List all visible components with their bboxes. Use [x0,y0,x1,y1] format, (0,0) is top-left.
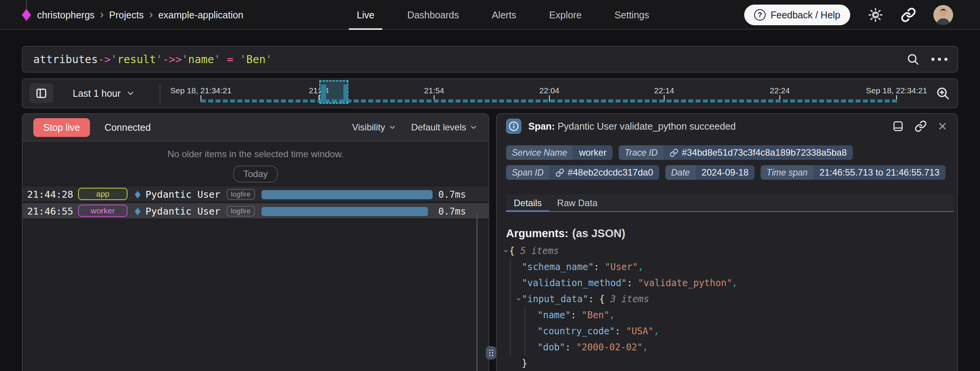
badge-value-text: 2024-09-18 [702,167,749,178]
zoom-in-icon[interactable] [935,86,951,101]
badge-label: Time span [761,165,813,180]
span-kind-icon [135,191,140,199]
link-icon[interactable] [670,148,678,157]
chevron-down-icon [388,123,397,132]
close-icon[interactable] [937,121,948,132]
nav-tabs: LiveDashboardsAlertsExploreSettings [349,0,657,30]
top-nav: christophergs›Projects›example-applicati… [0,0,980,30]
tab-settings[interactable]: Settings [606,0,657,30]
share-link-icon[interactable] [901,7,916,23]
json-token: : [588,294,599,304]
badge-value: #48eb2cdcdc317da0 [549,165,659,180]
badge-row: Service NameworkerTrace ID#34bd8e51d73c3… [506,145,948,160]
empty-window-message: No older items in the selected time wind… [23,149,488,159]
badge-value-text: 21:46:55.713 to 21:46:55.713 [820,167,940,178]
logfire-app: christophergs›Projects›example-applicati… [0,0,980,371]
visibility-dropdown[interactable]: Visibility [352,122,397,133]
breadcrumb-separator: › [100,8,104,21]
json-token: "USA" [626,326,653,337]
query-token: -> [98,53,111,66]
json-token: , [643,342,648,353]
feedback-help-button[interactable]: ? Feedback / Help [744,5,850,25]
query-token: ' [266,53,272,66]
json-token: , [732,278,737,288]
service-badge: worker [78,205,127,217]
badge-date: Date2024-09-18 [665,165,755,180]
search-icon[interactable] [906,52,920,66]
tab-dashboards[interactable]: Dashboards [399,0,467,30]
badge-trace-id: Trace ID#34bd8e51d73c3f4c8a189b72338a5ba… [619,145,853,160]
avatar[interactable] [933,5,953,25]
badge-row: Span ID#48eb2cdcdc317da0Date2024-09-18Ti… [506,165,948,180]
today-button[interactable]: Today [233,166,278,182]
detail-tabs: DetailsRaw Data [506,194,954,212]
span-row[interactable]: 21:44:28appPydantic Userlogfire0.7ms [23,186,488,202]
query-actions [906,52,957,66]
row-timestamp: 21:46:55 [27,206,73,217]
copy-link-icon[interactable] [915,120,927,132]
scrollbar[interactable] [476,213,478,371]
arguments-heading: Arguments:(as JSON) [506,227,948,240]
breadcrumb-item-christophergs[interactable]: christophergs [37,10,95,21]
json-line: "dob": "2000-02-02", [506,339,948,355]
collapse-arrow-icon[interactable] [503,248,509,254]
json-line: "name": "Ben", [506,307,948,323]
logfire-logo-icon[interactable] [22,9,31,21]
query-token: = [220,53,240,66]
tab-alerts[interactable]: Alerts [484,0,524,30]
query-token: ' [156,53,162,66]
live-panel-header: Stop live Connected Visibility Default l… [23,114,488,142]
live-panel: Stop live Connected Visibility Default l… [22,113,489,371]
grip-dots-icon [489,350,490,351]
breadcrumb-item-Projects[interactable]: Projects [109,10,144,21]
json-line: "input_data": { 3 items [506,291,948,307]
more-icon[interactable] [931,58,947,61]
timeline-histogram[interactable]: Sep 18, 21:34:2121:4421:5422:0422:1422:2… [23,79,957,107]
panel-resize-handle[interactable] [486,346,496,360]
query-token: ' [111,53,117,66]
json-token: 5 items [520,246,559,256]
json-line: "schema_name": "User", [506,259,948,275]
span-title-text: Pydantic User validate_python succeeded [557,121,736,132]
tab-details[interactable]: Details [506,194,549,212]
theme-toggle-icon[interactable] [867,7,884,23]
json-token: "2000-02-02" [576,342,642,353]
timeline-tick-label: Sep 18, 22:34:21 [866,86,927,95]
json-viewer: { 5 items"schema_name": "User","validati… [506,243,948,371]
collapse-arrow-icon[interactable] [516,296,521,302]
query-token: result [117,53,156,66]
span-meta-badges: Service NameworkerTrace ID#34bd8e51d73c3… [506,145,948,180]
query-token: ' [240,53,246,66]
duration-bar [261,207,428,216]
json-token: "Ben" [582,310,609,321]
json-token: , [609,310,615,321]
default-levels-dropdown[interactable]: Default levels [411,122,478,133]
badge-label: Service Name [506,145,573,160]
json-line: } [506,355,948,371]
json-token: "validation_method" [522,278,627,288]
tab-live[interactable]: Live [349,0,382,30]
json-token: , [638,262,643,272]
badge-value-text: #34bd8e51d73c3f4c8a189b72338a5ba8 [682,147,847,158]
query-input[interactable]: attributes->'result'->>'name' = 'Ben' [23,53,906,66]
stop-live-button[interactable]: Stop live [33,118,90,137]
span-title-prefix: Span: [528,121,555,132]
timeline-activity-bar [343,85,348,102]
timeline-selection-window[interactable] [319,80,348,104]
json-token: "name" [537,310,571,321]
json-line: { 5 items [506,243,948,259]
dock-bottom-icon[interactable] [892,120,904,132]
span-row[interactable]: 21:46:55workerPydantic Userlogfire0.7ms [23,202,488,219]
badge-time-span: Time span21:46:55.713 to 21:46:55.713 [761,165,946,180]
link-icon[interactable] [555,168,564,177]
badge-service-name: Service Nameworker [506,145,612,160]
span-detail-panel: Span: Pydantic User validate_python succ… [496,113,958,371]
timeline-activity-axis [201,99,897,103]
nav-right: ? Feedback / Help [744,0,953,30]
breadcrumb-item-example-application[interactable]: example-application [158,10,243,21]
json-token: } [522,358,527,369]
tab-explore[interactable]: Explore [541,0,590,30]
info-icon [506,119,521,134]
badge-value: #34bd8e51d73c3f4c8a189b72338a5ba8 [663,145,853,160]
tab-raw-data[interactable]: Raw Data [549,194,605,212]
